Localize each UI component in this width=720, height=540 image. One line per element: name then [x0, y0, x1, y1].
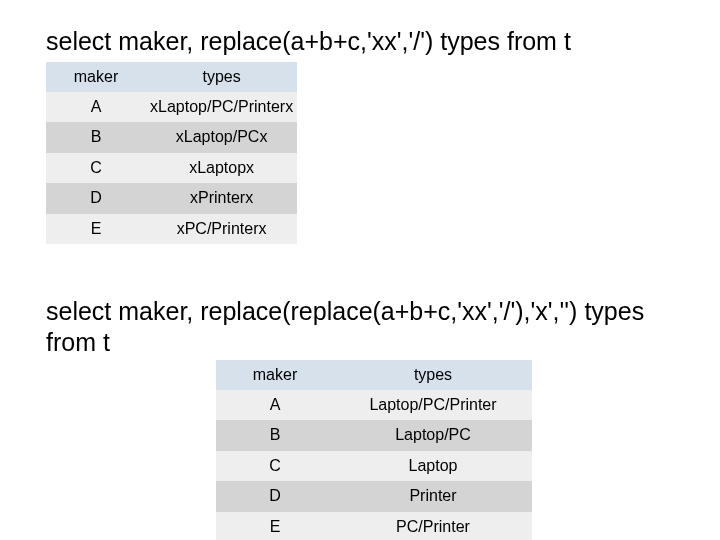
- cell-maker: A: [46, 92, 146, 122]
- cell-maker: E: [46, 214, 146, 244]
- cell-types: PC/Printer: [334, 512, 532, 540]
- cell-types: xLaptop/PC/Printerx: [146, 92, 297, 122]
- table-row: E xPC/Printerx: [46, 214, 297, 244]
- cell-types: Printer: [334, 481, 532, 511]
- col-header-maker: maker: [46, 62, 146, 92]
- table-header-row: maker types: [46, 62, 297, 92]
- table-row: B Laptop/PC: [216, 420, 532, 450]
- cell-types: xPC/Printerx: [146, 214, 297, 244]
- cell-maker: B: [46, 122, 146, 152]
- sql-query-1: select maker, replace(a+b+c,'xx','/') ty…: [46, 26, 666, 57]
- cell-maker: A: [216, 390, 334, 420]
- col-header-types: types: [146, 62, 297, 92]
- table-row: D Printer: [216, 481, 532, 511]
- cell-types: xLaptop/PCx: [146, 122, 297, 152]
- table-row: D xPrinterx: [46, 183, 297, 213]
- cell-maker: C: [216, 451, 334, 481]
- col-header-maker: maker: [216, 360, 334, 390]
- table-row: C xLaptopx: [46, 153, 297, 183]
- cell-maker: C: [46, 153, 146, 183]
- cell-maker: E: [216, 512, 334, 540]
- result-table-1: maker types A xLaptop/PC/Printerx B xLap…: [46, 62, 297, 244]
- table-row: A xLaptop/PC/Printerx: [46, 92, 297, 122]
- slide: select maker, replace(a+b+c,'xx','/') ty…: [0, 0, 720, 540]
- cell-types: xLaptopx: [146, 153, 297, 183]
- table-row: E PC/Printer: [216, 512, 532, 540]
- table-row: C Laptop: [216, 451, 532, 481]
- cell-maker: D: [46, 183, 146, 213]
- cell-types: Laptop/PC: [334, 420, 532, 450]
- cell-types: Laptop: [334, 451, 532, 481]
- table-header-row: maker types: [216, 360, 532, 390]
- cell-maker: B: [216, 420, 334, 450]
- table-row: A Laptop/PC/Printer: [216, 390, 532, 420]
- cell-maker: D: [216, 481, 334, 511]
- result-table-2: maker types A Laptop/PC/Printer B Laptop…: [216, 360, 532, 540]
- cell-types: xPrinterx: [146, 183, 297, 213]
- table-row: B xLaptop/PCx: [46, 122, 297, 152]
- col-header-types: types: [334, 360, 532, 390]
- cell-types: Laptop/PC/Printer: [334, 390, 532, 420]
- sql-query-2: select maker, replace(replace(a+b+c,'xx'…: [46, 296, 666, 359]
